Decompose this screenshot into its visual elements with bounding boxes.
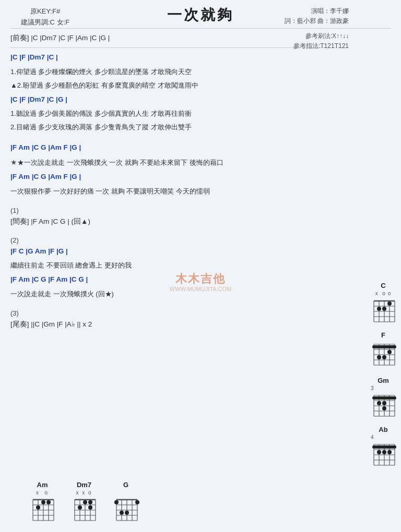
key-original: 原KEY:F#	[21, 6, 69, 17]
svg-point-81	[88, 505, 92, 510]
strum-info: 參考刷法:X↑↑↓↓ 參考指法:T121T121	[293, 31, 349, 51]
svg-point-40	[382, 406, 386, 410]
svg-point-65	[46, 500, 51, 504]
svg-rect-23	[372, 345, 396, 348]
svg-point-79	[83, 500, 87, 504]
cc1: |F Am |C G |Am F |G |	[10, 143, 81, 151]
svg-point-78	[88, 500, 92, 504]
svg-point-11	[382, 307, 386, 311]
key-suggest: 建議男調:C 女:F	[21, 17, 69, 28]
svg-point-80	[78, 505, 82, 510]
svg-point-66	[41, 500, 45, 504]
verse1-lyric1b: ▲2.盼望過 多少種顏色的彩虹 有多麼寬廣的晴空 才敢闖進雨中	[10, 80, 349, 91]
chord-Ab-svg	[370, 440, 397, 467]
chord-Gm-svg	[370, 391, 397, 418]
chord-diagrams-right: C x o o F	[370, 282, 397, 467]
verse1-lyric1a: 1.仰望過 多少種燦爛的煙火 多少顆流星的墜落 才敢飛向天空	[10, 66, 349, 78]
svg-rect-37	[372, 396, 396, 400]
main-content: [前奏] |C |Dm7 |C |F |Am |C |G | |C |F |Dm…	[10, 32, 349, 331]
svg-point-39	[377, 401, 381, 405]
chorus-chords2: |F Am |C G |Am F |G |	[10, 171, 349, 183]
svg-point-38	[382, 401, 386, 405]
bc2: |F Am |C G |F Am |C G |	[10, 275, 88, 283]
bottom-chord-diagrams: Am x o Dm7 x x o	[29, 481, 139, 523]
bridge-chords2: |F Am |C G |F Am |C G |	[10, 273, 349, 286]
chord-F: F	[370, 331, 397, 369]
verse1-chords1: |C |F |Dm7 |C |	[10, 51, 349, 64]
chord-F-svg	[370, 340, 397, 369]
key-info: 原KEY:F# 建議男調:C 女:F	[21, 6, 69, 28]
svg-rect-51	[372, 445, 396, 449]
chord-G-svg	[112, 495, 139, 523]
chord-Am-bottom: Am x o	[29, 481, 56, 523]
svg-point-12	[377, 307, 381, 311]
section3-label: (3)	[10, 309, 349, 317]
v1c2: |C |F |Dm7 |C |G |	[10, 95, 67, 103]
chord-G-bottom: G	[112, 481, 139, 523]
svg-point-95	[125, 511, 129, 515]
chord-Dm7-svg	[70, 495, 98, 523]
chord-Gm: Gm 3	[370, 377, 397, 418]
bridge-chords1: |F C |G Am |F |G |	[10, 245, 349, 258]
bridge-lyric1: 繼續往前走 不要回頭 總會遇上 更好的我	[10, 260, 349, 271]
chord-Dm7-bottom: Dm7 x x o	[70, 481, 98, 523]
bc1: |F C |G Am |F |G |	[10, 247, 68, 255]
singer: 演唱：李千娜	[285, 6, 349, 16]
interlude-line: [間奏] |F Am |C G | (回▲)	[10, 215, 349, 228]
bridge-lyric2: 一次說走就走 一次飛蛾撲火 (回★)	[10, 288, 349, 300]
strum1: 參考刷法:X↑↑↓↓	[293, 31, 349, 41]
chorus-chords1: |F Am |C G |Am F |G |	[10, 141, 349, 154]
section1-label: (1)	[10, 207, 349, 214]
svg-point-24	[387, 350, 392, 354]
svg-point-25	[382, 355, 386, 359]
svg-point-26	[377, 355, 381, 359]
v1c1: |C |F |Dm7 |C |	[10, 53, 58, 61]
svg-point-93	[120, 511, 124, 515]
chord-C-svg	[370, 297, 397, 324]
section2-label: (2)	[10, 236, 349, 244]
svg-point-94	[135, 500, 139, 504]
verse1-chords2: |C |F |Dm7 |C |G |	[10, 93, 349, 106]
chord-C: C x o o	[370, 282, 397, 324]
verse1-lyric2a: 1.聽說過 多少個美麗的傳說 多少個真實的人生 才敢再往前衝	[10, 108, 349, 119]
strum2: 參考指法:T121T121	[293, 41, 349, 51]
chorus-lyric2: 一次狠狠作夢 一次好好的痛 一次 就夠 不要讓明天嘲笑 今天的懦弱	[10, 186, 349, 197]
page: 原KEY:F# 建議男調:C 女:F 一次就夠 演唱：李千娜 詞：藍小邪 曲：游…	[0, 0, 401, 532]
chord-Am-svg	[29, 495, 56, 523]
svg-point-52	[382, 450, 386, 454]
chord-Ab: Ab 4	[370, 426, 397, 467]
lyricist: 詞：藍小邪 曲：游政豪	[285, 16, 349, 26]
singer-info: 演唱：李千娜 詞：藍小邪 曲：游政豪	[285, 6, 349, 26]
divider-1	[10, 28, 391, 29]
star1: ★	[10, 158, 17, 166]
svg-point-54	[387, 450, 392, 454]
header: 原KEY:F# 建議男調:C 女:F 一次就夠 演唱：李千娜 詞：藍小邪 曲：游…	[10, 5, 391, 25]
svg-point-67	[36, 505, 40, 510]
outro-line: [尾奏] ||C |Gm |F |A♭ || x 2	[10, 318, 349, 331]
chorus-lyric1: ★★一次說走就走 一次飛蛾撲火 一次 就夠 不要給未來留下 後悔的藉口	[10, 156, 349, 169]
svg-point-53	[377, 450, 381, 454]
svg-point-92	[114, 500, 119, 504]
svg-point-10	[387, 301, 392, 306]
cc2: |F Am |C G |Am F |G |	[10, 173, 81, 180]
intro-text: [前奏] |C |Dm7 |C |F |Am |C |G |	[10, 34, 110, 42]
verse1-lyric2b: 2.目睹過 多少支玫瑰的凋落 多少隻青鳥失了蹤 才敢伸出雙手	[10, 122, 349, 133]
